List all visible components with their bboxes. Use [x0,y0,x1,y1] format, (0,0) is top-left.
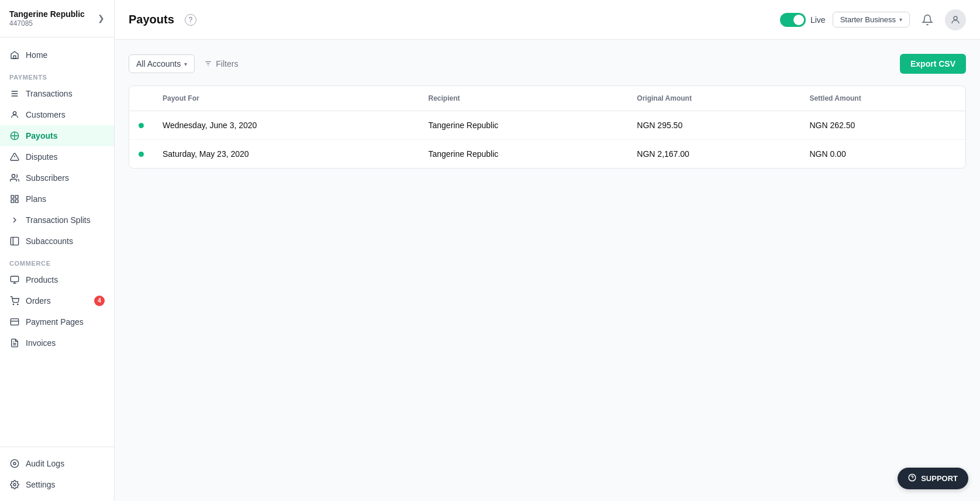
sidebar-item-customers[interactable]: Customers [0,104,114,125]
sidebar-item-payouts[interactable]: Payouts [0,125,114,146]
help-button[interactable]: ? [185,14,196,26]
notifications-button[interactable] [917,9,938,30]
filters-label: Filters [216,59,238,68]
sidebar-item-audit-logs[interactable]: Audit Logs [0,453,114,474]
audit-logs-icon [9,458,20,469]
svg-rect-9 [11,200,14,203]
sidebar-item-home[interactable]: Home [0,44,114,66]
svg-rect-0 [13,56,16,59]
toggle-knob [793,15,804,25]
accounts-chevron-icon: ▾ [184,61,187,67]
svg-rect-7 [15,195,18,198]
row-status-cell [129,140,153,169]
transactions-icon [9,88,20,99]
home-icon [9,50,20,60]
svg-rect-17 [11,318,18,325]
row-settled-amount: NGN 262.50 [800,111,965,140]
row-payout-for: Saturday, May 23, 2020 [153,140,419,169]
brand-chevron-icon: ❯ [98,13,105,23]
sidebar-item-home-label: Home [26,50,47,60]
sidebar-item-subscribers-label: Subscribers [26,173,69,183]
plans-icon [9,194,20,204]
user-avatar[interactable] [945,9,966,30]
row-settled-amount: NGN 0.00 [800,140,965,169]
payment-pages-icon [9,317,20,327]
live-toggle[interactable] [780,13,806,27]
row-status-cell [129,111,153,140]
svg-point-16 [18,304,18,304]
svg-point-22 [13,462,16,465]
payouts-table-wrap: Payout For Recipient Original Amount Set… [129,85,966,169]
support-label: SUPPORT [921,474,958,483]
svg-point-5 [12,174,15,177]
sidebar: Tangerine Republic 447085 ❯ Home PAYMENT… [0,0,115,501]
main-content: Payouts ? Live Starter Business ▾ All Ac… [115,0,980,501]
brand-header[interactable]: Tangerine Republic 447085 ❯ [0,0,114,37]
sidebar-item-payment-pages-label: Payment Pages [26,317,84,327]
sidebar-bottom: Audit Logs Settings [0,447,114,501]
filters-button[interactable]: Filters [202,55,240,73]
support-button[interactable]: SUPPORT [898,468,968,489]
svg-point-21 [11,459,18,467]
products-icon [9,274,20,285]
sidebar-item-payment-pages[interactable]: Payment Pages [0,311,114,332]
row-recipient: Tangerine Republic [419,140,627,169]
payouts-table: Payout For Recipient Original Amount Set… [129,86,965,168]
sidebar-item-disputes[interactable]: Disputes [0,146,114,167]
col-settled-amount: Settled Amount [800,86,965,111]
payments-section-label: PAYMENTS [0,66,114,83]
table-row[interactable]: Saturday, May 23, 2020 Tangerine Republi… [129,140,965,169]
row-original-amount: NGN 2,167.00 [627,140,800,169]
sidebar-item-subscribers[interactable]: Subscribers [0,167,114,188]
toolbar-left: All Accounts ▾ Filters [129,54,240,73]
sidebar-item-subaccounts[interactable]: Subaccounts [0,231,114,252]
sidebar-item-products[interactable]: Products [0,269,114,290]
svg-point-23 [13,483,16,486]
sidebar-item-orders-label: Orders [26,296,51,306]
row-original-amount: NGN 295.50 [627,111,800,140]
sidebar-item-plans[interactable]: Plans [0,188,114,210]
content-toolbar: All Accounts ▾ Filters Export CSV [129,54,966,74]
sidebar-item-transactions[interactable]: Transactions [0,83,114,104]
sidebar-item-orders[interactable]: Orders 4 [0,290,114,311]
sidebar-item-payouts-label: Payouts [26,131,57,140]
table-header-row: Payout For Recipient Original Amount Set… [129,86,965,111]
plan-chevron-icon: ▾ [899,16,902,23]
page-title: Payouts [129,13,174,26]
sidebar-item-subaccounts-label: Subaccounts [26,236,73,246]
sidebar-item-invoices[interactable]: Invoices [0,332,114,354]
col-status [129,86,153,111]
svg-point-24 [954,16,957,20]
svg-rect-10 [11,237,18,245]
svg-point-1 [13,111,16,114]
sidebar-item-transaction-splits[interactable]: Transaction Splits [0,210,114,231]
status-dot [139,123,144,128]
export-csv-button[interactable]: Export CSV [900,54,966,74]
sidebar-item-plans-label: Plans [26,194,46,204]
settings-icon [9,479,20,490]
table-row[interactable]: Wednesday, June 3, 2020 Tangerine Republ… [129,111,965,140]
sidebar-nav: Home PAYMENTS Transactions Customers Pay… [0,37,114,447]
svg-rect-6 [11,195,14,198]
plan-label: Starter Business [840,15,896,24]
status-dot [139,152,144,157]
brand-id: 447085 [9,19,85,28]
accounts-label: All Accounts [136,59,181,68]
svg-rect-12 [11,276,18,282]
brand-text: Tangerine Republic 447085 [9,9,85,28]
sidebar-item-settings-label: Settings [26,480,56,489]
sidebar-item-disputes-label: Disputes [26,152,57,162]
disputes-icon [9,152,20,162]
col-recipient: Recipient [419,86,627,111]
page-content: All Accounts ▾ Filters Export CSV Payout… [115,40,980,501]
transaction-splits-icon [9,215,20,225]
accounts-dropdown[interactable]: All Accounts ▾ [129,54,195,73]
orders-icon [9,296,20,306]
plan-selector[interactable]: Starter Business ▾ [833,12,910,28]
support-icon [908,473,916,483]
orders-badge: 4 [94,296,105,306]
page-header: Payouts ? Live Starter Business ▾ [115,0,980,40]
col-payout-for: Payout For [153,86,419,111]
col-original-amount: Original Amount [627,86,800,111]
sidebar-item-settings[interactable]: Settings [0,474,114,495]
